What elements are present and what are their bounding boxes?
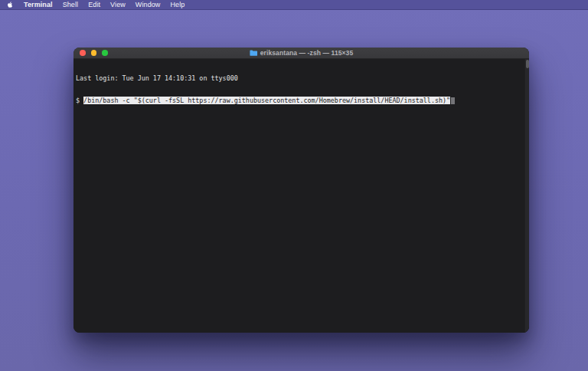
window-titlebar[interactable]: eriksantana — -zsh — 115×35: [74, 48, 529, 59]
menu-item-view[interactable]: View: [110, 1, 126, 8]
zoom-button[interactable]: [102, 50, 108, 56]
traffic-lights: [80, 50, 108, 56]
window-title: eriksantana — -zsh — 115×35: [260, 49, 354, 57]
text-cursor: [451, 97, 455, 104]
prompt-symbol: $: [76, 97, 83, 104]
apple-menu[interactable]: [7, 1, 14, 8]
window-title-group: eriksantana — -zsh — 115×35: [250, 48, 354, 58]
menu-item-window[interactable]: Window: [136, 1, 161, 8]
menu-item-shell[interactable]: Shell: [63, 1, 79, 8]
desktop: { "menu_bar": { "items": ["Terminal", "S…: [0, 0, 588, 371]
menu-bar: Terminal Shell Edit View Window Help: [0, 0, 588, 10]
selected-command-text: /bin/bash -c "$(curl -fsSL https://raw.g…: [83, 97, 450, 104]
terminal-prompt-line: $ /bin/bash -c "$(curl -fsSL https://raw…: [76, 97, 523, 105]
terminal-output-line: Last login: Tue Jun 17 14:10:31 on ttys0…: [76, 75, 523, 83]
apple-icon: [7, 1, 14, 8]
last-login-text: Last login: Tue Jun 17 14:10:31 on ttys0…: [76, 74, 238, 82]
minimize-button[interactable]: [91, 50, 97, 56]
menu-item-terminal[interactable]: Terminal: [24, 1, 53, 8]
scrollbar-thumb[interactable]: [526, 60, 529, 68]
terminal-window: eriksantana — -zsh — 115×35 Last login: …: [74, 48, 529, 333]
terminal-screen[interactable]: Last login: Tue Jun 17 14:10:31 on ttys0…: [74, 59, 529, 333]
scrollbar-track[interactable]: [524, 59, 529, 333]
menu-item-edit[interactable]: Edit: [88, 1, 100, 8]
menu-item-help[interactable]: Help: [170, 1, 185, 8]
folder-icon[interactable]: [250, 50, 257, 56]
close-button[interactable]: [80, 50, 86, 56]
